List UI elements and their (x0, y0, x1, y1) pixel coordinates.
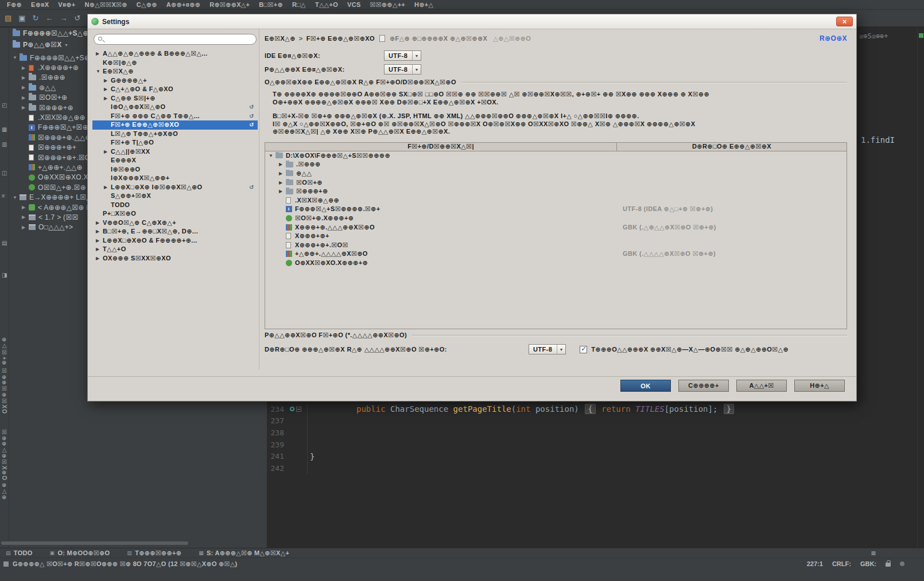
dialog-button[interactable]: OK (620, 380, 671, 392)
tool-window-icon[interactable]: ◫ (2, 170, 7, 176)
settings-tree-item[interactable]: ▶ V⊕⊕O☒△⊕ C△⊕X⊕△+ ↺ (92, 219, 258, 228)
tool-window-button[interactable]: ▥ T⊕⊕⊕☒⊕⊕+⊕ (127, 549, 181, 557)
dialog-titlebar[interactable]: Settings × (88, 14, 856, 29)
+△⊕⊕+.△△△△⊕X☒⊕O-icon[interactable]: +△⊕⊕+.△△△△⊕X☒⊕O GBK (.△△△△⊕X☒⊕O ☒⊕+⊕) (265, 249, 847, 259)
menu-item[interactable]: B□☒+⊕ (254, 1, 288, 9)
tool-window-icon[interactable]: ▤ (2, 240, 7, 246)
back-arrow-icon[interactable]: ← (46, 14, 53, 23)
expand-arrow-icon[interactable]: ▼ (13, 55, 20, 60)
settings-tree-item[interactable]: ▼ E⊕☒X△⊕ ↺ (92, 67, 258, 76)
settings-tree-item[interactable]: ▶ T△△+O ↺ (92, 245, 258, 254)
.X☒X☒⊕△⊕⊕-icon[interactable]: .X☒X☒⊕△⊕⊕ (265, 196, 847, 205)
ide-encoding-select[interactable]: UTF-8 ▾ (384, 50, 421, 61)
settings-tree-item[interactable]: ▶ A△△⊕△⊕△⊕⊕⊕ & B⊕⊕⊕△☒△... ↺ (92, 49, 258, 59)
expand-arrow-icon[interactable]: ▶ (22, 65, 29, 71)
breadcrumb-section[interactable]: E⊕☒X△⊕ (265, 35, 296, 42)
fold-marker-icon[interactable] (296, 407, 301, 412)
expand-arrow-icon[interactable]: ▶ (22, 205, 29, 210)
tool-window-button[interactable]: ▦ S: A⊕⊕⊕△☒⊕ M△⊕☒X△+ (199, 549, 289, 557)
settings-tree-item[interactable]: E⊕⊕⊕X ↺ (92, 156, 258, 165)
reset-link[interactable]: R⊕O⊕X (820, 34, 847, 42)
save-all-icon[interactable]: ▣ (18, 14, 25, 23)
expand-arrow-icon[interactable]: ▶ (96, 220, 103, 225)
settings-tree-item[interactable]: ▶ G⊕⊕⊕⊕△+ ↺ (92, 76, 258, 85)
expand-arrow-icon[interactable]: ▶ (96, 51, 103, 56)
menu-item[interactable]: R⊕☒⊕⊕X△+ (205, 1, 254, 9)
forward-arrow-icon[interactable]: → (60, 14, 68, 23)
settings-tree-item[interactable]: ▶ C△+△⊕O & F△⊕XO ↺ (92, 85, 258, 94)
open-folder-icon[interactable]: ▤ (5, 14, 11, 23)
X⊕⊕⊕+⊕+.☒O☒-icon[interactable]: X⊕⊕⊕+⊕+.☒O☒ (265, 240, 847, 249)
dialog-button[interactable]: H⊕+△ (794, 380, 845, 392)
settings-tree-item[interactable]: I⊕☒⊕⊕O ↺ (92, 165, 258, 174)
expand-arrow-icon[interactable]: ▶ (22, 75, 29, 80)
menu-item[interactable]: ☒☒⊕⊕△++ (366, 1, 410, 9)
search-input[interactable] (106, 35, 243, 44)
expand-arrow-icon[interactable]: ▼ (269, 153, 275, 158)
expand-arrow-icon[interactable]: ▶ (104, 78, 111, 83)
menu-item[interactable]: E⊕¤X (26, 1, 53, 9)
settings-tree-item[interactable]: ▶ OX⊕⊕⊕ S☒XX☒⊕XO ↺ (92, 254, 258, 263)
☒⊕⊕⊕+⊕-icon[interactable]: ▶ ☒⊕⊕⊕+⊕ (265, 187, 847, 196)
undo-icon[interactable]: ↺ (75, 14, 81, 23)
tool-window-button[interactable]: ▤ TODO (6, 549, 33, 556)
expand-arrow-icon[interactable]: ▶ (104, 87, 111, 92)
.☒⊕⊕⊕-icon[interactable]: ▶ .☒⊕⊕⊕ (265, 160, 847, 169)
tool-window-icon[interactable]: ▥ (2, 141, 7, 147)
settings-tree-item[interactable]: ▶ L⊕⊕X□⊕X⊕O & F⊕⊕⊕⊕+⊕... ↺ (92, 236, 258, 245)
menu-item[interactable]: VCS (343, 1, 366, 8)
settings-tree-item[interactable]: F☒+⊕ ⊕⊕⊕ C△⊕⊕ T⊕⊕△... ↺ (92, 112, 258, 121)
menu-item[interactable]: F⊕⊕ (2, 1, 26, 9)
expand-arrow-icon[interactable]: ▶ (96, 256, 103, 261)
error-stripe[interactable] (917, 28, 924, 548)
settings-tree-item[interactable]: ▶ L⊕⊕X□⊕X⊕ I⊕☒⊕⊕X☒△⊕O ↺ (92, 183, 258, 192)
menu-item[interactable]: R□△ (288, 1, 310, 9)
settings-tree-item[interactable]: F☒+⊕ T|△⊕O ↺ (92, 138, 258, 147)
expand-arrow-icon[interactable]: ▶ (22, 105, 29, 110)
settings-tree-item[interactable]: L☒△⊕ T⊕⊕△+⊕X⊕O ↺ (92, 130, 258, 139)
expand-arrow-icon[interactable]: ▶ (279, 171, 286, 176)
expand-arrow-icon[interactable]: ▶ (104, 96, 111, 101)
expand-arrow-icon[interactable]: ▶ (279, 180, 286, 185)
dialog-button[interactable]: A△△+☒ (736, 380, 787, 392)
☒O☒+⊕.X⊕⊕⊕+⊕-icon[interactable]: ☒O☒+⊕.X⊕⊕⊕+⊕ (265, 214, 847, 223)
expand-arrow-icon[interactable]: ▶ (104, 185, 111, 190)
settings-tree-item[interactable]: I⊕O△⊕⊕X☒△⊕O ↺ (92, 103, 258, 112)
settings-tree-item[interactable]: S△⊕⊕+☒⊕X ↺ (92, 192, 258, 201)
settings-tree-item[interactable]: F☒+⊕ E⊕⊕△⊕☒⊕XO ↺ (92, 120, 258, 130)
expand-arrow-icon[interactable]: ▶ (96, 238, 103, 243)
notification-icon[interactable] (900, 561, 904, 566)
☒O☒+⊕-icon[interactable]: ▶ ☒O☒+⊕ (265, 178, 847, 187)
expand-arrow-icon[interactable]: ▼ (96, 69, 103, 74)
settings-tree-item[interactable]: P+□X☒⊕O ↺ (92, 209, 258, 219)
menu-item[interactable]: V¤⊕+ (53, 1, 80, 9)
expand-arrow-icon[interactable]: ▶ (96, 229, 103, 234)
tool-window-icon[interactable]: ◰ (2, 102, 7, 108)
tool-window-icon[interactable]: ◨ (2, 272, 7, 278)
caret-position[interactable]: 227:1 (807, 560, 823, 567)
panel-grid-icon[interactable]: ▦ (871, 550, 876, 556)
column-default-encoding[interactable]: D⊕R⊕□O⊕ E⊕⊕△⊕☒⊕X (617, 143, 847, 151)
expand-arrow-icon[interactable]: ▶ (96, 247, 103, 252)
expand-arrow-icon[interactable]: ▶ (104, 149, 111, 154)
transparent-conversion-checkbox[interactable]: ✓ (580, 346, 587, 353)
project-encoding-select[interactable]: UTF-8 ▾ (384, 64, 421, 75)
menu-item[interactable]: T△△+O (310, 1, 343, 9)
encoding-value[interactable]: GBK (.△⊕△△⊕X☒⊕O ☒⊕+⊕) (617, 224, 847, 231)
menu-item[interactable]: C△⊕⊕ (132, 1, 162, 9)
file-encoding-indicator[interactable]: GBK: (860, 560, 876, 567)
settings-tree-item[interactable]: ▶ C△△||⊕☒XX ↺ (92, 147, 258, 157)
settings-tree-item[interactable]: ▶ B□☒+⊕, E→⊕⊕□X☒△⊕, D⊕... ↺ (92, 227, 258, 236)
menu-item[interactable]: A⊕⊕+¤⊕⊕ (162, 1, 205, 9)
X⊕⊕⊕+⊕+-icon[interactable]: X⊕⊕⊕+⊕+ (265, 232, 847, 241)
expand-arrow-icon[interactable]: ▶ (22, 85, 29, 90)
O⊕XX☒⊕XO.X⊕⊕⊕+⊕-icon[interactable]: O⊕XX☒⊕XO.X⊕⊕⊕+⊕ (265, 259, 847, 268)
D:\X⊕OX\F⊕⊕⊕☒△+S☒☒⊕⊕⊕⊕-icon[interactable]: ▼ D:\X⊕OX\F⊕⊕⊕☒△+S☒☒⊕⊕⊕⊕ (265, 151, 847, 161)
expand-arrow-icon[interactable]: ▼ (13, 195, 20, 200)
override-marker-icon[interactable] (290, 407, 294, 411)
tool-window-icon[interactable]: ▦ (2, 126, 7, 132)
settings-tree-item[interactable]: I⊕X⊕⊕⊕X☒△⊕⊕+ ↺ (92, 174, 258, 183)
expand-arrow-icon[interactable]: ▶ (279, 162, 286, 167)
expand-arrow-icon[interactable]: ▶ (22, 215, 29, 220)
encoding-value[interactable]: GBK (.△△△△⊕X☒⊕O ☒⊕+⊕) (617, 250, 847, 258)
